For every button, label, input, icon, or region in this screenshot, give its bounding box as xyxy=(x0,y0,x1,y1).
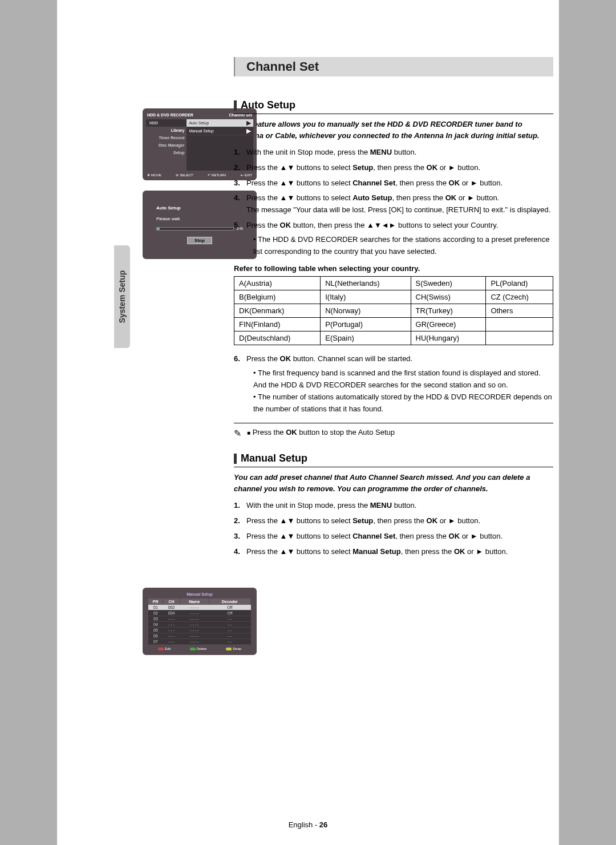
mstep-4: 4. Press the ▲▼ buttons to select Manual… xyxy=(234,546,553,558)
t: , then press the xyxy=(395,532,448,540)
osd-hint-return: ↶ RETURN xyxy=(208,173,226,177)
auto-steps-cont: 6. Press the OK button. Channel scan wil… xyxy=(234,353,553,415)
td: - - - - xyxy=(180,639,209,645)
osd-title: HDD & DVD RECORDER xyxy=(147,113,193,117)
th: PR xyxy=(148,599,163,605)
td: - - - - xyxy=(180,628,209,633)
auto-steps: 1. With the unit in Stop mode, press the… xyxy=(234,147,553,257)
td: 05 xyxy=(148,628,163,633)
osd-hdd: HDD xyxy=(146,119,187,127)
t: Setup xyxy=(352,163,373,172)
td: - - - - xyxy=(180,605,209,610)
mstep-2: 2. Press the ▲▼ buttons to select Setup,… xyxy=(234,515,553,527)
td: - - xyxy=(209,633,250,639)
osd-hint-select: ⊚ SELECT xyxy=(176,173,193,177)
manual-table: PR CH Name Decoder 01002- - - -Off 02004… xyxy=(148,599,251,645)
note: ✎ ■ Press the OK button to stop the Auto… xyxy=(234,423,553,439)
t: Press the ▲▼ buttons to select xyxy=(246,547,352,556)
step-1: 1. With the unit in Stop mode, press the… xyxy=(234,147,553,159)
mstep-3: 3. Press the ▲▼ buttons to select Channe… xyxy=(234,531,553,543)
td: - - xyxy=(209,616,250,622)
mstep-1: 1. With the unit in Stop mode, press the… xyxy=(234,500,553,512)
t: With the unit in Stop mode, press the xyxy=(246,501,370,510)
th: Name xyxy=(180,599,209,605)
manual-title: Manual Setup xyxy=(148,592,251,596)
t: Channel Set xyxy=(352,532,395,540)
td: D(Deutschland) xyxy=(234,331,321,345)
t: Press the ▲▼ buttons to select xyxy=(246,516,352,525)
t: Press the ▲▼ buttons to select xyxy=(246,163,352,172)
osd-hint-move: ✥ MOVE xyxy=(147,173,161,177)
td xyxy=(486,331,553,345)
td: A(Austria) xyxy=(234,277,321,290)
osd-option-label: Manual Setup xyxy=(189,129,213,133)
t: , then press the xyxy=(373,163,426,172)
t: button to stop the Auto Setup xyxy=(297,428,395,436)
t: Channel Set xyxy=(352,179,395,187)
th: Decoder xyxy=(209,599,250,605)
t: With the unit in Stop mode, press the xyxy=(246,148,370,156)
td: - - xyxy=(209,639,250,645)
td: - - - xyxy=(163,639,180,645)
step-4: 4. Press the ▲▼ buttons to select Auto S… xyxy=(234,192,553,216)
step-5: 5. Press the OK button, then press the ▲… xyxy=(234,220,553,257)
td: - - - xyxy=(163,628,180,633)
th: CH xyxy=(163,599,180,605)
td: - - - - xyxy=(180,633,209,639)
page: System Setup HDD & DVD RECORDER Channel … xyxy=(57,0,559,845)
t: Press the ▲▼ buttons to select xyxy=(246,179,352,187)
td: - - - xyxy=(163,633,180,639)
legend-delete: Delete xyxy=(190,647,206,650)
td: 01 xyxy=(148,605,163,610)
side-tab: System Setup xyxy=(114,245,130,348)
manual-setup-heading: Manual Setup xyxy=(234,452,553,467)
note-icon: ✎ xyxy=(234,428,241,439)
td: 004 xyxy=(163,610,180,616)
t: Press the xyxy=(253,428,286,436)
t: OK xyxy=(449,179,460,187)
t: or ► button. xyxy=(460,532,502,540)
section-title: Channel Set xyxy=(234,57,553,76)
t: or ► button. xyxy=(460,179,502,187)
main-content: Channel Set Auto Setup This feature allo… xyxy=(234,57,553,558)
td: B(Belgium) xyxy=(234,290,321,304)
t: Manual Setup xyxy=(352,547,401,556)
td: - - xyxy=(209,622,250,628)
t: OK xyxy=(427,163,438,172)
bullet: The number of stations automatically sto… xyxy=(253,391,553,415)
t: or ► button. xyxy=(465,547,508,556)
t: OK xyxy=(454,547,465,556)
t: OK xyxy=(445,193,457,202)
t: OK xyxy=(280,354,291,363)
legend-swap: Swap xyxy=(226,647,241,650)
t: button. Channel scan will be started. xyxy=(291,354,412,363)
osd-option-label: Auto Setup xyxy=(189,121,209,125)
t: Setup xyxy=(352,516,373,525)
td: I(Italy) xyxy=(321,290,411,304)
osd-option-auto: Auto Setup▶ xyxy=(187,119,253,127)
td: CH(Swiss) xyxy=(411,290,486,304)
td: 03 xyxy=(148,616,163,622)
t: Auto Setup xyxy=(352,193,392,202)
bullet-square-icon: ■ xyxy=(247,430,250,436)
chevron-right-icon: ▶ xyxy=(246,119,251,127)
t: MENU xyxy=(370,148,392,156)
td: Others xyxy=(486,304,553,318)
progress-fill xyxy=(157,228,160,230)
td: E(Spain) xyxy=(321,331,411,345)
td: N(Norway) xyxy=(321,304,411,318)
country-table: A(Austria)NL(Netherlands)S(Sweden)PL(Pol… xyxy=(234,276,553,345)
td: - - xyxy=(209,628,250,633)
step-2: 2. Press the ▲▼ buttons to select Setup,… xyxy=(234,162,553,174)
chevron-right-icon: ▶ xyxy=(246,127,251,135)
auto-setup-heading: Auto Setup xyxy=(234,99,553,114)
t: or ► button. xyxy=(437,516,480,525)
stop-button: Stop xyxy=(187,237,212,244)
bullet: The HDD & DVD RECORDER searches for the … xyxy=(253,234,553,258)
t: button, then press the ▲▼◄► buttons to s… xyxy=(291,221,498,229)
t: MENU xyxy=(370,501,392,510)
td: - - - - xyxy=(180,610,209,616)
osd-option-manual: Manual Setup▶ xyxy=(187,127,253,135)
td: PL(Poland) xyxy=(486,277,553,290)
t: OK xyxy=(427,516,438,525)
